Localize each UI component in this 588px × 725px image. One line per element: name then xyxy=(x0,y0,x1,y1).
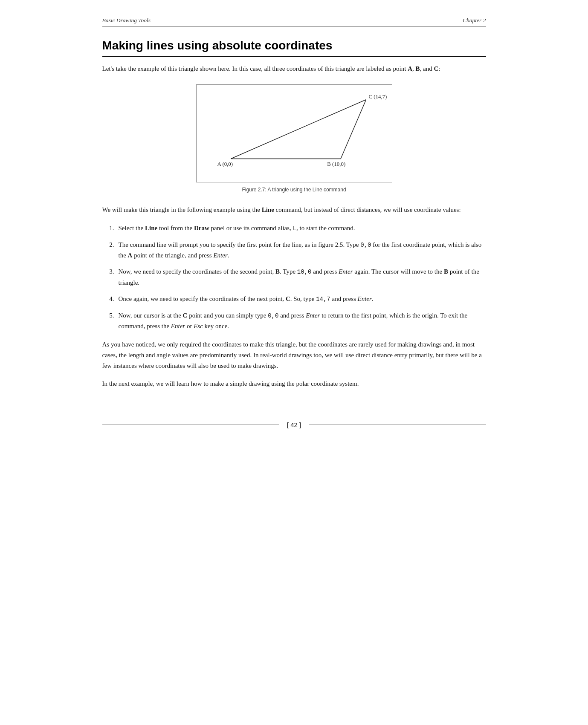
step-2-num: 2. xyxy=(102,240,114,261)
footer-line-right xyxy=(309,425,486,425)
header-right: Chapter 2 xyxy=(463,17,486,24)
step-5-num: 5. xyxy=(102,310,114,332)
triangle-svg: A (0,0) B (10,0) C (14,7) xyxy=(197,85,392,182)
step-1-num: 1. xyxy=(102,223,114,234)
svg-line-2 xyxy=(341,99,366,159)
section-title: Making lines using absolute coordinates xyxy=(102,39,486,57)
header-left: Basic Drawing Tools xyxy=(102,17,151,24)
figure-caption: Figure 2.7: A triangle using the Line co… xyxy=(242,187,346,193)
step-3: 3. Now, we need to specify the coordinat… xyxy=(102,266,486,288)
page-container: Basic Drawing Tools Chapter 2 Making lin… xyxy=(102,0,486,454)
page-footer: [ 42 ] xyxy=(102,415,486,428)
closing-paragraph-1: As you have noticed, we only required th… xyxy=(102,339,486,371)
figure-container: A (0,0) B (10,0) C (14,7) Figure 2.7: A … xyxy=(102,84,486,200)
footer-line-left xyxy=(102,425,279,425)
middle-paragraph: We will make this triangle in the follow… xyxy=(102,205,486,215)
step-1-content: Select the Line tool from the Draw panel… xyxy=(119,223,486,234)
step-5: 5. Now, our cursor is at the C point and… xyxy=(102,310,486,332)
step-5-content: Now, our cursor is at the C point and yo… xyxy=(119,310,486,332)
point-a-label: A (0,0) xyxy=(217,161,232,167)
step-3-content: Now, we need to specify the coordinates … xyxy=(119,266,486,288)
step-4: 4. Once again, we need to specify the co… xyxy=(102,294,486,304)
step-3-num: 3. xyxy=(102,266,114,288)
figure-box: A (0,0) B (10,0) C (14,7) xyxy=(196,84,392,182)
step-2-content: The command line will prompt you to spec… xyxy=(119,240,486,261)
point-c-label: C (14,7) xyxy=(368,93,387,99)
steps-list: 1. Select the Line tool from the Draw pa… xyxy=(102,223,486,332)
closing-paragraph-2: In the next example, we will learn how t… xyxy=(102,378,486,389)
step-2: 2. The command line will prompt you to s… xyxy=(102,240,486,261)
svg-line-1 xyxy=(231,99,366,159)
step-4-num: 4. xyxy=(102,294,114,304)
page-header: Basic Drawing Tools Chapter 2 xyxy=(102,17,486,27)
point-b-label: B (10,0) xyxy=(327,161,345,167)
step-4-content: Once again, we need to specify the coord… xyxy=(119,294,486,304)
intro-paragraph: Let's take the example of this triangle … xyxy=(102,64,486,74)
step-1: 1. Select the Line tool from the Draw pa… xyxy=(102,223,486,234)
page-number: [ 42 ] xyxy=(279,421,309,428)
